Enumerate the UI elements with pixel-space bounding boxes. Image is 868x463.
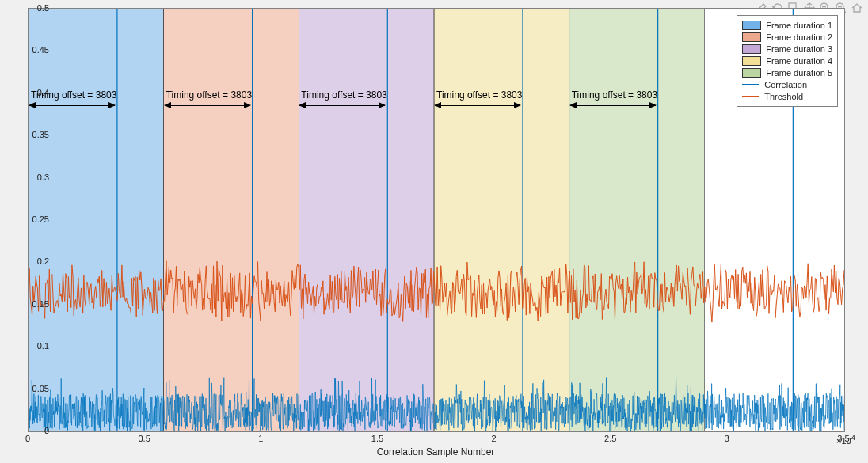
legend-item[interactable]: Threshold (742, 91, 832, 102)
legend-swatch (742, 44, 761, 54)
legend-label: Threshold (764, 91, 803, 102)
legend-label: Frame duration 4 (766, 55, 832, 66)
x-axis-multiplier: ×104 (836, 434, 855, 446)
svg-rect-5 (299, 9, 434, 431)
x-tick-label: 2 (492, 434, 497, 443)
double-arrow (299, 105, 385, 106)
plot-area (29, 9, 844, 431)
figure-window: Frame duration 1Frame duration 2Frame du… (0, 0, 868, 463)
legend-item[interactable]: Frame duration 1 (742, 20, 832, 31)
axes[interactable]: Frame duration 1Frame duration 2Frame du… (28, 8, 845, 432)
timing-offset-annotation: Timing offset = 3803 (572, 89, 657, 101)
legend-label: Frame duration 1 (766, 20, 832, 31)
legend-swatch (742, 32, 761, 42)
double-arrow (570, 105, 656, 106)
y-tick-label: 0.1 (27, 341, 49, 351)
timing-offset-annotation: Timing offset = 3803 (166, 89, 252, 101)
y-tick-label: 0.3 (27, 173, 49, 182)
y-tick-label: 0.35 (27, 130, 49, 139)
legend-item[interactable]: Frame duration 2 (742, 32, 832, 43)
legend-item[interactable]: Correlation (742, 79, 832, 90)
timing-offset-annotation: Timing offset = 3803 (436, 89, 522, 101)
y-tick-label: 0.05 (27, 384, 49, 393)
legend-label: Frame duration 2 (766, 32, 832, 43)
legend-swatch (742, 21, 761, 30)
svg-rect-6 (434, 9, 569, 431)
legend-label: Frame duration 3 (766, 44, 832, 55)
x-axis-label: Correlation Sample Number (28, 446, 843, 457)
legend-item[interactable]: Frame duration 5 (742, 67, 832, 78)
legend-swatch (742, 56, 761, 66)
legend-swatch (742, 68, 761, 78)
x-tick-label: 0.5 (138, 434, 150, 443)
legend-label: Correlation (764, 79, 807, 90)
legend-label: Frame duration 5 (766, 67, 832, 78)
legend-line (742, 96, 760, 97)
home-icon[interactable] (851, 2, 863, 14)
timing-offset-annotation: Timing offset = 3803 (301, 89, 386, 101)
x-tick-label: 0 (25, 434, 30, 443)
timing-offset-annotation: Timing offset = 3803 (31, 89, 116, 101)
double-arrow (165, 105, 250, 106)
plot-svg (29, 9, 844, 431)
y-tick-label: 0.25 (27, 214, 49, 224)
legend[interactable]: Frame duration 1Frame duration 2Frame du… (737, 15, 838, 107)
svg-rect-7 (569, 9, 705, 431)
x-tick-label: 2.5 (604, 434, 616, 443)
double-arrow (29, 105, 115, 106)
x-tick-label: 1 (258, 434, 263, 443)
legend-item[interactable]: Frame duration 3 (742, 44, 832, 55)
y-tick-label: 0.45 (27, 45, 49, 55)
double-arrow (435, 105, 520, 106)
y-tick-label: 0.5 (27, 3, 49, 13)
legend-item[interactable]: Frame duration 4 (742, 55, 832, 66)
y-tick-label: 0.2 (27, 256, 49, 266)
svg-rect-4 (164, 9, 299, 431)
x-tick-label: 1.5 (371, 434, 383, 443)
x-tick-label: 3 (725, 434, 729, 443)
legend-line (742, 84, 760, 85)
y-tick-label: 0 (27, 426, 49, 435)
y-tick-label: 0.15 (27, 299, 49, 309)
